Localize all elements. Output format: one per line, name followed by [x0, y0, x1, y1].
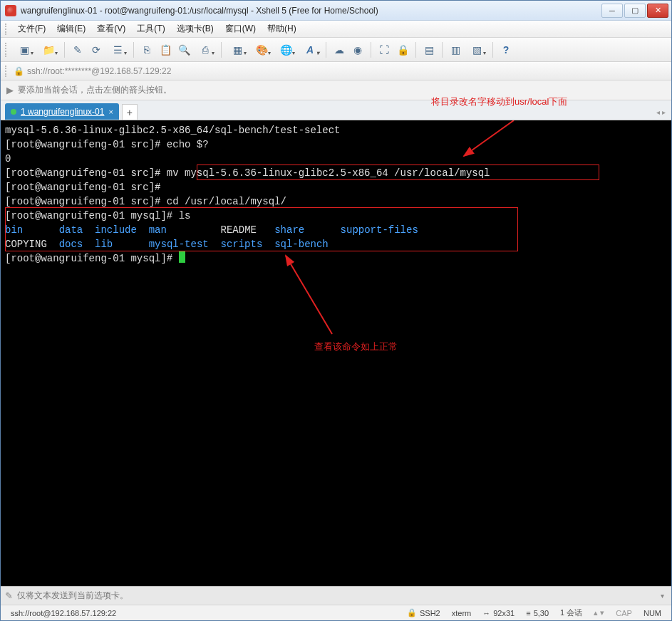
titlebar: wangruifenglinux-01 - root@wangruifeng-0…	[1, 1, 671, 21]
status-ssh: 🔒SSH2	[401, 608, 446, 617]
status-sessions: 1 会话	[554, 607, 588, 618]
tab-close-icon[interactable]: ×	[108, 108, 113, 116]
maximize-button[interactable]: ▢	[624, 4, 646, 18]
terminal-cmd-mv: mv mysql-5.6.36-linux-glibc2.5-x86_64 /u…	[167, 167, 490, 179]
app-window: wangruifenglinux-01 - root@wangruifeng-0…	[0, 0, 672, 621]
cursor-icon: ≡	[526, 609, 530, 617]
new-tab-button[interactable]: +	[122, 104, 138, 120]
status-bar: ssh://root@192.168.57.129:22 🔒SSH2 xterm…	[1, 605, 671, 620]
copy-button[interactable]: ⎘	[139, 42, 155, 58]
toolbar-separator	[133, 42, 134, 58]
ls-item: man	[149, 224, 167, 236]
input-bar[interactable]: ✎ 仅将文本发送到当前选项卡。 ▾	[1, 586, 671, 605]
help-button[interactable]: ?	[498, 42, 514, 58]
ls-item: COPYING	[5, 239, 47, 250]
address-text[interactable]: ssh://root:********@192.168.57.129:22	[27, 66, 667, 76]
terminal-prompt: [root@wangruifeng-01 src]#	[5, 196, 160, 207]
disconnect-button[interactable]: ✎	[70, 42, 86, 58]
paste-button[interactable]: 📋	[157, 42, 173, 58]
status-term: xterm	[446, 609, 477, 617]
new-session-button[interactable]: ▣	[14, 42, 35, 58]
print-button[interactable]: ⎙	[195, 42, 216, 58]
toolbar-separator	[492, 42, 493, 58]
ls-item: support-files	[341, 224, 418, 236]
palette-button[interactable]: 🎨	[251, 42, 272, 58]
properties-button[interactable]: ☰	[107, 42, 128, 58]
address-bar: 🔒 ssh://root:********@192.168.57.129:22	[1, 62, 671, 80]
status-dot-icon	[11, 109, 16, 115]
ls-item: scripts	[221, 239, 263, 250]
status-connection: ssh://root@192.168.57.129:22	[5, 609, 122, 617]
view1-button[interactable]: ▥	[448, 42, 463, 58]
input-dropdown-icon[interactable]: ▾	[661, 592, 664, 600]
ls-item: mysql-test	[149, 239, 209, 250]
tab-bar: 1 wangruifenglinux-01 × + ◂ ▸	[1, 100, 671, 120]
info-icon[interactable]: ▶	[6, 85, 14, 95]
toolbar-separator	[64, 42, 65, 58]
status-arrow-icons[interactable]: ▴ ▾	[588, 608, 610, 617]
tab-nav-arrows[interactable]: ◂ ▸	[656, 108, 666, 116]
terminal-cmd-cd: cd /usr/local/mysql/	[167, 196, 286, 207]
font-button[interactable]: A	[299, 42, 321, 58]
reconnect-button[interactable]: ⟳	[88, 42, 104, 58]
menubar: 文件(F) 编辑(E) 查看(V) 工具(T) 选项卡(B) 窗口(W) 帮助(…	[1, 21, 671, 38]
address-gripper[interactable]	[5, 66, 9, 77]
menu-edit[interactable]: 编辑(E)	[51, 21, 91, 36]
cloud-button[interactable]: ☁	[331, 42, 347, 58]
lock-icon: 🔒	[407, 608, 417, 617]
annotation-bottom: 查看该命令如上正常	[314, 340, 398, 353]
toolbar: ▣ 📁 ✎ ⟳ ☰ ⎘ 📋 🔍 ⎙ ▦ 🎨 🌐 A ☁ ◉ ⛶ 🔒 ▤ ▥ ▧ …	[1, 38, 671, 62]
status-size: ↔92x31	[477, 609, 520, 617]
terminal-prompt: [root@wangruifeng-01 src]#	[5, 167, 160, 179]
toolbar-separator	[326, 42, 326, 58]
app-icon	[5, 5, 16, 16]
ls-item: README	[221, 224, 257, 236]
toolbar-separator	[442, 42, 443, 58]
status-caps: CAP	[610, 609, 638, 617]
ls-item: include	[95, 224, 137, 236]
menu-window[interactable]: 窗口(W)	[219, 21, 262, 36]
close-button[interactable]: ✕	[647, 4, 668, 18]
ls-item: docs	[59, 239, 83, 250]
screen-button[interactable]: ▦	[227, 42, 248, 58]
lock-button[interactable]: 🔒	[395, 42, 410, 58]
tab-session[interactable]: 1 wangruifenglinux-01 ×	[5, 103, 119, 120]
minimize-button[interactable]: ─	[601, 4, 623, 18]
terminal-prompt: [root@wangruifeng-01 mysql]#	[5, 253, 172, 264]
size-icon: ↔	[482, 609, 490, 617]
menu-tabs[interactable]: 选项卡(B)	[171, 21, 219, 36]
terminal-echo-result: 0	[5, 153, 11, 165]
toolbar-gripper[interactable]	[5, 43, 9, 57]
menu-help[interactable]: 帮助(H)	[262, 21, 302, 36]
terminal-area[interactable]: 查看该命令如上正常 mysql-5.6.36-linux-glibc2.5-x8…	[1, 120, 671, 586]
status-num: NUM	[638, 609, 667, 617]
cursor	[179, 251, 185, 263]
menubar-gripper[interactable]	[5, 24, 9, 35]
input-icon: ✎	[5, 590, 13, 601]
encoding-button[interactable]: 🌐	[275, 42, 296, 58]
ls-item: bin	[5, 224, 23, 236]
menu-file[interactable]: 文件(F)	[12, 21, 51, 36]
terminal[interactable]: mysql-5.6.36-linux-glibc2.5-x86_64/sql-b…	[1, 120, 671, 340]
menu-tools[interactable]: 工具(T)	[131, 21, 170, 36]
terminal-prompt: [root@wangruifeng-01 mysql]#	[5, 210, 172, 221]
ls-item: lib	[95, 239, 113, 250]
lock-icon: 🔒	[14, 66, 24, 76]
terminal-prompt: [root@wangruifeng-01 src]#	[5, 182, 160, 193]
layout-button[interactable]: ▤	[421, 42, 437, 58]
terminal-line: mysql-5.6.36-linux-glibc2.5-x86_64/sql-b…	[5, 125, 340, 136]
ls-item: share	[274, 224, 304, 236]
open-folder-button[interactable]: 📁	[38, 42, 59, 58]
view2-button[interactable]: ▧	[466, 42, 487, 58]
fit-button[interactable]: ⛶	[376, 42, 392, 58]
menu-view[interactable]: 查看(V)	[91, 21, 131, 36]
status-cursor: ≡5,30	[520, 609, 554, 617]
find-button[interactable]: 🔍	[176, 42, 192, 58]
toolbar-separator	[415, 42, 416, 58]
dash-button[interactable]: ◉	[350, 42, 366, 58]
terminal-cmd-echo: echo $?	[167, 139, 209, 150]
terminal-cmd-ls: ls	[179, 210, 191, 221]
terminal-prompt: [root@wangruifeng-01 src]#	[5, 139, 160, 150]
toolbar-separator	[221, 42, 222, 58]
window-buttons: ─ ▢ ✕	[600, 4, 668, 18]
